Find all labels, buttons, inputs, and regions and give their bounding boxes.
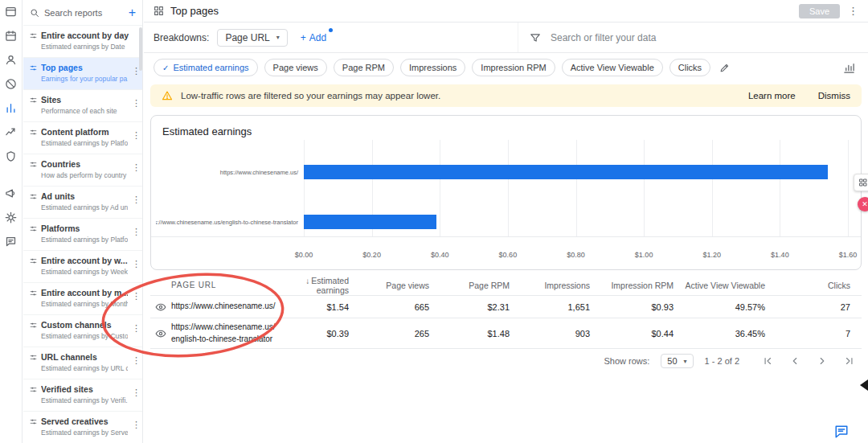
sidebar-item-verified-sites[interactable]: Verified sites Estimated earnings by Ver… — [23, 379, 142, 412]
sidebar-item-content-platform[interactable]: Content platform Estimated earnings by P… — [23, 122, 142, 154]
sidebar-item-entire-account-by-m[interactable]: Entire account by m... Estimated earning… — [23, 283, 142, 315]
header-more-options-icon[interactable]: ⋮ — [846, 6, 860, 16]
report-title: Entire account by day — [41, 31, 140, 40]
report-subtitle: Estimated earnings by Verifi... — [41, 396, 128, 404]
more-options-icon[interactable]: ⋮ — [132, 98, 140, 109]
column-header-impressions[interactable]: Impressions — [516, 281, 596, 290]
metric-chip-impression-rpm[interactable]: Impression RPM — [472, 59, 555, 76]
x-tick-label: $0.60 — [499, 251, 518, 259]
last-page-button[interactable] — [844, 355, 855, 367]
learn-more-link[interactable]: Learn more — [748, 91, 796, 100]
report-title: Verified sites — [41, 384, 128, 394]
sidebar-item-top-pages[interactable]: Top pages Earnings for your popular pa..… — [23, 58, 142, 90]
more-options-icon[interactable]: ⋮ — [132, 130, 140, 141]
rows-per-page-select[interactable]: 50 ▾ — [661, 354, 693, 368]
collapse-panel-arrow-icon[interactable] — [860, 379, 868, 391]
settings-icon[interactable] — [5, 211, 17, 224]
more-options-icon[interactable]: ⋮ — [132, 259, 140, 269]
more-options-icon[interactable]: ⋮ — [132, 162, 140, 173]
show-rows-label: Show rows: — [604, 356, 649, 366]
first-page-button[interactable] — [762, 355, 773, 367]
more-options-icon[interactable]: ⋮ — [132, 388, 140, 398]
sidebar-item-ad-units[interactable]: Ad units Estimated earnings by Ad unit ⋮ — [23, 187, 142, 219]
pagination-controls — [762, 355, 855, 367]
preview-eye-icon[interactable] — [155, 328, 166, 339]
dismiss-link[interactable]: Dismiss — [818, 91, 850, 100]
save-button[interactable]: Save — [799, 4, 840, 18]
column-header-impression-rpm[interactable]: Impression RPM — [596, 281, 680, 290]
chart-bar[interactable] — [304, 215, 436, 229]
add-breakdown-button[interactable]: + Add — [301, 32, 326, 43]
metric-value: $1.54 — [279, 302, 355, 312]
table-header-row: PAGE URL↓Estimated earningsPage viewsPag… — [150, 275, 862, 296]
blocking-controls-icon[interactable] — [5, 78, 17, 90]
metric-chip-estimated-earnings[interactable]: ✓Estimated earnings — [154, 59, 258, 76]
report-title: Countries — [41, 159, 128, 169]
metric-chip-page-views[interactable]: Page views — [264, 59, 327, 76]
window-icon[interactable] — [5, 6, 17, 18]
toggle-chart-icon[interactable] — [843, 62, 855, 74]
feedback-rail-icon[interactable] — [5, 236, 17, 248]
x-tick-label: $0.40 — [431, 251, 449, 259]
column-header-estimated-earnings[interactable]: ↓Estimated earnings — [279, 276, 355, 295]
metric-value: 903 — [516, 329, 596, 338]
sidebar-item-custom-channels[interactable]: Custom channels Estimated earnings by Cu… — [23, 315, 142, 347]
previous-page-button[interactable] — [789, 355, 800, 367]
report-title: Ad units — [41, 191, 128, 201]
gridline — [508, 140, 509, 237]
report-subtitle: Earnings for your popular pa... — [41, 75, 128, 83]
table-row[interactable]: https://www.chinesename.us/english-to-ch… — [150, 318, 862, 349]
ads-icon[interactable] — [5, 187, 17, 199]
more-options-icon[interactable]: ⋮ — [132, 227, 140, 237]
next-page-button[interactable] — [817, 355, 828, 367]
calendar-icon[interactable] — [5, 30, 17, 42]
more-options-icon[interactable]: ⋮ — [132, 195, 140, 205]
metric-chip-page-rpm[interactable]: Page RPM — [334, 59, 394, 76]
report-title: Entire account by w... — [41, 256, 128, 265]
report-title: URL channels — [41, 352, 128, 362]
sidebar-item-sites[interactable]: Sites Performance of each site ⋮ — [23, 90, 142, 122]
more-options-icon[interactable]: ⋮ — [132, 355, 140, 366]
more-options-icon[interactable]: ⋮ — [132, 420, 140, 430]
brand-safety-icon[interactable] — [5, 150, 17, 162]
new-report-button[interactable]: + — [129, 6, 136, 19]
audience-icon[interactable] — [5, 54, 17, 66]
table-row[interactable]: https://www.chinesename.us/ $1.54665$2.3… — [150, 296, 862, 318]
sidebar-item-entire-account-by-w[interactable]: Entire account by w... Estimated earning… — [23, 251, 142, 283]
sidebar-item-entire-account-by-day[interactable]: Entire account by day Estimated earnings… — [23, 26, 142, 58]
report-subtitle: Estimated earnings by Custo... — [41, 332, 128, 340]
chart-bar[interactable] — [304, 165, 828, 179]
sidebar-item-url-channels[interactable]: URL channels Estimated earnings by URL c… — [23, 347, 142, 379]
preview-eye-icon[interactable] — [155, 301, 166, 313]
edit-metrics-icon[interactable] — [719, 63, 730, 73]
sidebar-item-served-creatives[interactable]: Served creatives Estimated earnings by S… — [23, 412, 142, 443]
sidebar-scrollbar[interactable] — [139, 27, 142, 71]
optimization-icon[interactable] — [5, 126, 17, 138]
extension-side-panel[interactable] — [854, 174, 868, 191]
sidebar-item-countries[interactable]: Countries How ads perform by country ⋮ — [23, 154, 142, 187]
breakdown-dimension-chip[interactable]: Page URL ▾ — [217, 29, 287, 47]
close-sticker-button[interactable]: ✕ — [858, 197, 868, 211]
metric-chip-active-view-viewable[interactable]: Active View Viewable — [562, 59, 663, 76]
metric-value: 665 — [355, 302, 436, 312]
column-header-page-views[interactable]: Page views — [355, 281, 436, 290]
more-options-icon[interactable]: ⋮ — [132, 291, 140, 301]
metric-chip-clicks[interactable]: Clicks — [669, 59, 710, 76]
x-tick-label: $0.20 — [362, 251, 381, 259]
x-tick-label: $1.40 — [771, 251, 789, 259]
report-subtitle: Estimated earnings by Month — [41, 300, 128, 308]
column-header-page-rpm[interactable]: Page RPM — [436, 281, 516, 290]
reports-icon[interactable] — [5, 102, 17, 114]
column-header-active-view-viewable[interactable]: Active View Viewable — [680, 281, 772, 290]
search-reports-input[interactable] — [44, 8, 115, 18]
feedback-button[interactable] — [834, 425, 849, 439]
page-url-cell: https://www.chinesename.us/ — [150, 297, 279, 316]
column-header-clicks[interactable]: Clicks — [772, 281, 862, 290]
sidebar-item-platforms[interactable]: Platforms Estimated earnings by Platfo..… — [23, 219, 142, 251]
more-options-icon[interactable]: ⋮ — [132, 323, 140, 334]
report-subtitle: Estimated earnings by Serve... — [41, 429, 128, 437]
page-url: https://www.chinesename.us/ — [171, 301, 276, 313]
data-filter-input[interactable] — [551, 32, 808, 43]
metric-chip-impressions[interactable]: Impressions — [400, 59, 465, 76]
column-header-page-url[interactable]: PAGE URL — [150, 281, 279, 289]
